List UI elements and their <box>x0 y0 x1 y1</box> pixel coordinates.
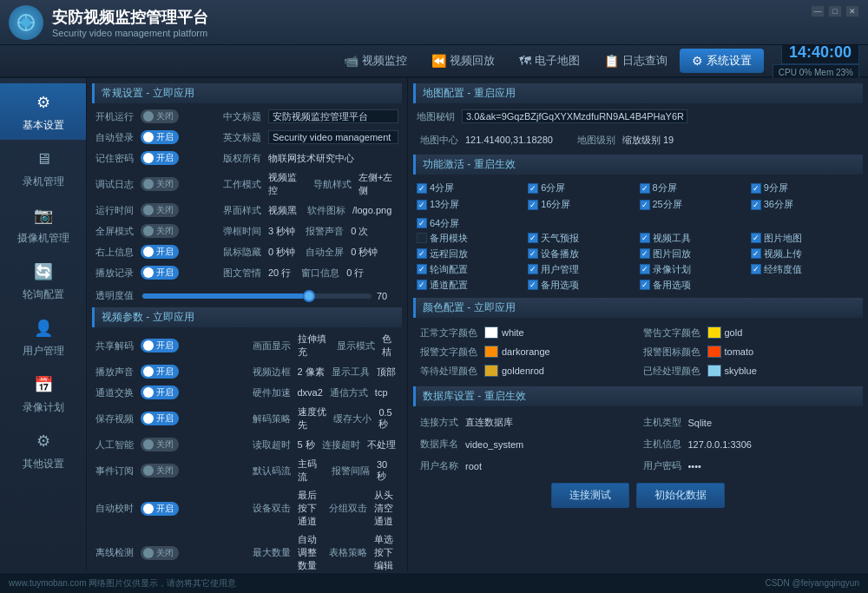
auto-login-toggle[interactable]: 开启 <box>141 130 179 144</box>
remember-pwd-toggle[interactable]: 开启 <box>141 151 179 165</box>
fullscreen-row: 全屏模式 关闭 <box>92 221 216 240</box>
feature-8screen-checkbox[interactable]: ✓ <box>640 183 650 194</box>
processed-color-swatch[interactable] <box>707 365 721 377</box>
feature-polling-checkbox[interactable]: ✓ <box>417 264 427 274</box>
feature-device-play: ✓ 设备播放 <box>528 247 636 260</box>
sidebar-other-settings-label: 其他设置 <box>23 457 64 471</box>
features-row1: ✓ 4分屏 ✓ 6分屏 ✓ 8分屏 ✓ 9分屏 <box>417 181 859 194</box>
auto-sync-time-toggle[interactable]: 开启 <box>141 502 179 516</box>
offline-detect-toggle[interactable]: 关闭 <box>141 546 179 560</box>
event-subscribe-toggle[interactable]: 关闭 <box>141 464 179 478</box>
ai-toggle[interactable]: 关闭 <box>141 438 179 451</box>
db-host-info-label: 主机信息 <box>643 438 685 451</box>
feature-channel-config-checkbox[interactable]: ✓ <box>417 280 427 290</box>
sidebar-users-label: 用户管理 <box>23 344 64 359</box>
init-data-button[interactable]: 初始化数据 <box>636 483 725 508</box>
feature-4screen-checkbox[interactable]: ✓ <box>417 183 427 194</box>
sidebar-item-users[interactable]: 👤 用户管理 <box>0 309 86 366</box>
alarm-text-color-swatch[interactable] <box>484 346 498 358</box>
feature-users-checkbox[interactable]: ✓ <box>528 264 538 274</box>
sidebar-item-polling[interactable]: 🔄 轮询配置 <box>0 253 86 309</box>
transparency-slider[interactable] <box>142 293 372 299</box>
top-right-info-toggle[interactable]: 开启 <box>141 245 179 259</box>
feature-spare-option2-checkbox[interactable]: ✓ <box>640 280 650 290</box>
sidebar-item-recorder[interactable]: 🖥 录机管理 <box>0 140 86 196</box>
feature-6screen-checkbox[interactable]: ✓ <box>528 183 538 194</box>
feature-video-upload-checkbox[interactable]: ✓ <box>751 248 761 259</box>
alarm-sound-label: 报警声音 <box>306 225 347 238</box>
video-border-value: 2 像素 <box>298 366 325 379</box>
playback-record-toggle[interactable]: 开启 <box>141 266 179 280</box>
feature-recording: ✓ 录像计划 <box>640 263 748 276</box>
play-sound-toggle[interactable]: 开启 <box>141 365 179 379</box>
feature-25screen-checkbox[interactable]: ✓ <box>640 200 650 210</box>
app-logo <box>9 5 43 40</box>
sidebar-item-recording-plan[interactable]: 📅 录像计划 <box>0 366 86 422</box>
alarm-icon-color-swatch[interactable] <box>707 346 721 358</box>
feature-13screen: ✓ 13分屏 <box>417 198 525 211</box>
feature-pic-map-checkbox[interactable]: ✓ <box>751 233 761 243</box>
popup-time-value: 3 秒钟 <box>268 225 295 238</box>
feature-weather-checkbox[interactable]: ✓ <box>528 233 538 243</box>
debug-log-toggle[interactable]: 关闭 <box>141 177 179 191</box>
max-count-row: 最大数量 自动调整数量 表格策略 单选按下编辑 <box>249 531 403 572</box>
feature-backup-module-checkbox[interactable] <box>417 233 427 243</box>
feature-pic-playback: ✓ 图片回放 <box>640 247 748 260</box>
alarm-text-color-row: 报警文字颜色 darkorange <box>417 344 637 360</box>
minimize-button[interactable]: — <box>811 5 825 17</box>
feature-9screen-checkbox[interactable]: ✓ <box>751 183 761 194</box>
startup-toggle[interactable]: 关闭 <box>141 109 179 123</box>
db-name-row: 数据库名 video_system <box>417 435 637 454</box>
map-key-input[interactable] <box>462 109 687 123</box>
connect-test-button[interactable]: 连接测试 <box>551 483 629 508</box>
feature-36screen-checkbox[interactable]: ✓ <box>751 200 761 210</box>
display-mode-label: 显示模式 <box>337 339 378 353</box>
channel-swap-toggle[interactable]: 开启 <box>141 385 179 399</box>
en-title-input[interactable] <box>268 130 398 144</box>
conn-timeout-label: 连接超时 <box>322 438 364 451</box>
feature-device-play-checkbox[interactable]: ✓ <box>528 248 538 259</box>
feature-remote-playback-checkbox[interactable]: ✓ <box>417 248 427 259</box>
work-mode-label: 工作模式 <box>223 178 265 191</box>
feature-video-tools-checkbox[interactable]: ✓ <box>640 233 650 243</box>
nav-video-playback[interactable]: ⏪ 视频回放 <box>419 49 507 73</box>
shared-decode-toggle[interactable]: 开启 <box>141 339 179 353</box>
maximize-button[interactable]: □ <box>828 5 842 17</box>
pending-color-swatch[interactable] <box>484 365 498 377</box>
nav-map[interactable]: 🗺 电子地图 <box>507 49 592 73</box>
nav-log[interactable]: 📋 日志查询 <box>592 49 680 73</box>
feature-pic-playback-checkbox[interactable]: ✓ <box>640 248 650 259</box>
decode-policy-row: 解码策略 速度优先 缓存大小 0.5 秒 <box>249 404 403 433</box>
auto-fullscreen-value: 0 秒钟 <box>351 246 378 259</box>
feature-remote-playback: ✓ 远程回放 <box>417 247 525 260</box>
nav-bar: 📹 视频监控 ⏪ 视频回放 🗺 电子地图 📋 日志查询 ⚙ 系统设置 14:40… <box>0 45 868 78</box>
sidebar-item-other-settings[interactable]: ⚙ 其他设置 <box>0 422 86 478</box>
db-conn-method-label: 连接方式 <box>420 416 462 429</box>
nav-system-settings[interactable]: ⚙ 系统设置 <box>680 49 764 73</box>
feature-16screen-checkbox[interactable]: ✓ <box>528 200 538 210</box>
en-title-label: 英文标题 <box>223 131 265 144</box>
recording-plan-icon: 📅 <box>31 372 56 397</box>
map-icon: 🗺 <box>519 54 531 68</box>
save-video-toggle[interactable]: 开启 <box>141 412 179 425</box>
feature-64screen-checkbox[interactable]: ✓ <box>417 218 427 228</box>
normal-text-color-swatch[interactable] <box>484 326 498 339</box>
feature-latlon-checkbox[interactable]: ✓ <box>751 264 761 274</box>
sidebar-item-basic-settings[interactable]: ⚙ 基本设置 <box>0 83 86 140</box>
feature-users: ✓ 用户管理 <box>528 263 636 276</box>
sidebar-item-camera[interactable]: 📷 摄像机管理 <box>0 196 86 253</box>
zh-title-input[interactable] <box>268 109 398 123</box>
table-policy-value: 单选按下编辑 <box>374 533 398 572</box>
close-button[interactable]: ✕ <box>845 5 859 17</box>
feature-recording-checkbox[interactable]: ✓ <box>640 264 650 274</box>
alarm-icon-color-row: 报警图标颜色 tomato <box>640 344 860 360</box>
feature-13screen-checkbox[interactable]: ✓ <box>417 200 427 210</box>
run-time-toggle[interactable]: 关闭 <box>141 203 179 217</box>
nav-video-monitor[interactable]: 📹 视频监控 <box>332 49 419 73</box>
fullscreen-toggle[interactable]: 关闭 <box>141 224 179 238</box>
db-username-value: root <box>465 461 482 471</box>
comm-method-label: 通信方式 <box>330 386 372 399</box>
feature-spare-option1-checkbox[interactable]: ✓ <box>528 280 538 290</box>
normal-text-color-label: 正常文字颜色 <box>420 326 481 339</box>
warning-text-color-swatch[interactable] <box>707 326 721 339</box>
